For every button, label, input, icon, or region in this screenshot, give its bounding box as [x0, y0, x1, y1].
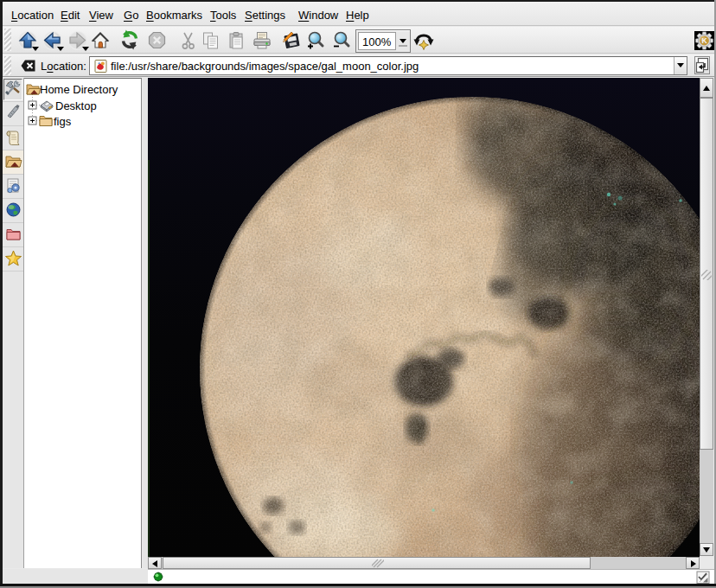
svg-text:K: K — [701, 36, 707, 45]
